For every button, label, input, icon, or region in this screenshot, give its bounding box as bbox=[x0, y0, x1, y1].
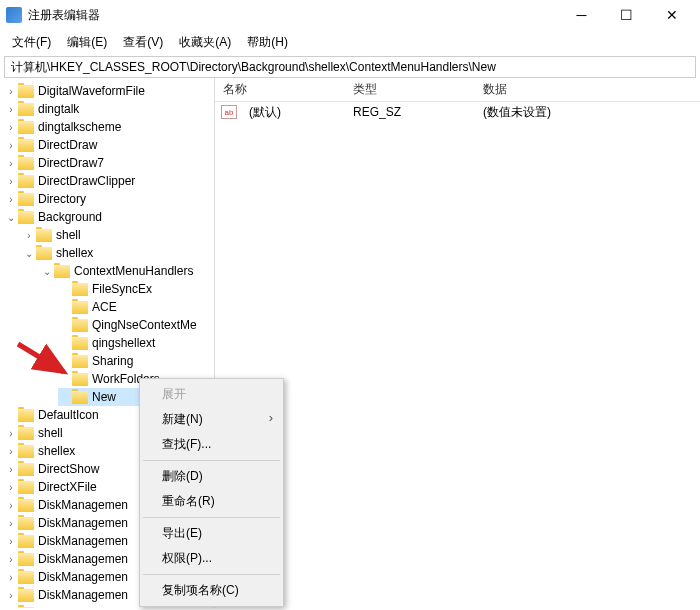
tree-item[interactable]: ›dingtalk bbox=[4, 100, 214, 118]
value-type: REG_SZ bbox=[345, 103, 475, 121]
chevron-right-icon[interactable]: › bbox=[22, 230, 36, 241]
values-header: 名称 类型 数据 bbox=[215, 78, 700, 102]
chevron-right-icon[interactable]: › bbox=[4, 572, 18, 583]
folder-icon bbox=[18, 85, 34, 98]
cm-separator bbox=[143, 517, 280, 518]
tree-item-cmh[interactable]: ⌄ContextMenuHandlers bbox=[40, 262, 214, 280]
string-value-icon: ab bbox=[221, 105, 237, 119]
tree-item-shellex[interactable]: ⌄shellex bbox=[22, 244, 214, 262]
menu-help[interactable]: 帮助(H) bbox=[241, 32, 294, 53]
folder-icon bbox=[18, 139, 34, 152]
chevron-down-icon[interactable]: ⌄ bbox=[22, 248, 36, 259]
chevron-right-icon[interactable]: › bbox=[4, 608, 18, 609]
value-data: (数值未设置) bbox=[475, 102, 700, 123]
address-bar[interactable]: 计算机\HKEY_CLASSES_ROOT\Directory\Backgrou… bbox=[4, 56, 696, 78]
chevron-right-icon[interactable]: › bbox=[4, 104, 18, 115]
chevron-right-icon[interactable]: › bbox=[4, 176, 18, 187]
chevron-right-icon[interactable]: › bbox=[4, 482, 18, 493]
cm-find[interactable]: 查找(F)... bbox=[142, 432, 281, 457]
cm-separator bbox=[143, 460, 280, 461]
chevron-right-icon[interactable]: › bbox=[4, 590, 18, 601]
folder-icon bbox=[18, 463, 34, 476]
chevron-right-icon[interactable]: › bbox=[4, 140, 18, 151]
chevron-right-icon[interactable]: › bbox=[4, 554, 18, 565]
chevron-right-icon[interactable]: › bbox=[4, 122, 18, 133]
folder-icon bbox=[54, 265, 70, 278]
folder-icon bbox=[36, 229, 52, 242]
maximize-button[interactable]: ☐ bbox=[604, 1, 649, 29]
folder-icon bbox=[18, 175, 34, 188]
folder-icon bbox=[36, 247, 52, 260]
column-data[interactable]: 数据 bbox=[475, 77, 700, 102]
folder-icon bbox=[18, 103, 34, 116]
annotation-arrow-icon bbox=[16, 340, 76, 393]
close-button[interactable]: ✕ bbox=[649, 1, 694, 29]
chevron-down-icon[interactable]: ⌄ bbox=[40, 266, 54, 277]
folder-icon bbox=[18, 445, 34, 458]
tree-item[interactable]: ›DirectDraw7 bbox=[4, 154, 214, 172]
folder-icon bbox=[18, 211, 34, 224]
cm-rename[interactable]: 重命名(R) bbox=[142, 489, 281, 514]
tree-item[interactable]: ·QingNseContextMe bbox=[58, 316, 214, 334]
cm-new[interactable]: 新建(N) bbox=[142, 407, 281, 432]
tree-item[interactable]: ·FileSyncEx bbox=[58, 280, 214, 298]
menu-file[interactable]: 文件(F) bbox=[6, 32, 57, 53]
titlebar: 注册表编辑器 ─ ☐ ✕ bbox=[0, 0, 700, 30]
folder-icon bbox=[18, 517, 34, 530]
cm-copykey[interactable]: 复制项名称(C) bbox=[142, 578, 281, 603]
minimize-button[interactable]: ─ bbox=[559, 1, 604, 29]
folder-icon bbox=[18, 481, 34, 494]
value-row[interactable]: ab (默认) REG_SZ (数值未设置) bbox=[215, 102, 700, 122]
cm-expand: 展开 bbox=[142, 382, 281, 407]
tree-item[interactable]: ›Directory bbox=[4, 190, 214, 208]
folder-icon bbox=[18, 553, 34, 566]
folder-icon bbox=[18, 121, 34, 134]
cm-separator bbox=[143, 574, 280, 575]
chevron-down-icon[interactable]: ⌄ bbox=[4, 212, 18, 223]
cm-permissions[interactable]: 权限(P)... bbox=[142, 546, 281, 571]
folder-icon bbox=[18, 535, 34, 548]
context-menu: 展开 新建(N) 查找(F)... 删除(D) 重命名(R) 导出(E) 权限(… bbox=[139, 378, 284, 607]
tree-item[interactable]: ·Sharing bbox=[58, 352, 214, 370]
menu-edit[interactable]: 编辑(E) bbox=[61, 32, 113, 53]
chevron-right-icon[interactable]: › bbox=[4, 536, 18, 547]
chevron-right-icon[interactable]: › bbox=[4, 86, 18, 97]
column-name[interactable]: 名称 bbox=[215, 77, 345, 102]
folder-icon bbox=[18, 607, 34, 609]
folder-icon bbox=[18, 157, 34, 170]
menubar: 文件(F) 编辑(E) 查看(V) 收藏夹(A) 帮助(H) bbox=[0, 30, 700, 54]
chevron-right-icon[interactable]: › bbox=[4, 158, 18, 169]
tree-item[interactable]: ·ACE bbox=[58, 298, 214, 316]
folder-icon bbox=[72, 283, 88, 296]
folder-icon bbox=[72, 301, 88, 314]
chevron-right-icon[interactable]: › bbox=[4, 446, 18, 457]
tree-item[interactable]: ·qingshellext bbox=[58, 334, 214, 352]
tree-item[interactable]: ›DirectDraw bbox=[4, 136, 214, 154]
folder-icon bbox=[18, 409, 34, 422]
tree-item[interactable]: ›DirectDrawClipper bbox=[4, 172, 214, 190]
tree-item-shell[interactable]: ›shell bbox=[22, 226, 214, 244]
regedit-icon bbox=[6, 7, 22, 23]
window-title: 注册表编辑器 bbox=[28, 7, 559, 24]
values-panel[interactable]: 名称 类型 数据 ab (默认) REG_SZ (数值未设置) bbox=[215, 78, 700, 608]
folder-icon bbox=[18, 427, 34, 440]
cm-export[interactable]: 导出(E) bbox=[142, 521, 281, 546]
chevron-right-icon[interactable]: › bbox=[4, 464, 18, 475]
menu-favorites[interactable]: 收藏夹(A) bbox=[173, 32, 237, 53]
chevron-right-icon[interactable]: › bbox=[4, 194, 18, 205]
cm-delete[interactable]: 删除(D) bbox=[142, 464, 281, 489]
tree-item[interactable]: ›dingtalkscheme bbox=[4, 118, 214, 136]
chevron-right-icon[interactable]: › bbox=[4, 518, 18, 529]
column-type[interactable]: 类型 bbox=[345, 77, 475, 102]
value-name: (默认) bbox=[241, 102, 345, 123]
menu-view[interactable]: 查看(V) bbox=[117, 32, 169, 53]
chevron-right-icon[interactable]: › bbox=[4, 500, 18, 511]
chevron-right-icon[interactable]: › bbox=[4, 428, 18, 439]
folder-icon bbox=[18, 193, 34, 206]
tree-item[interactable]: ›DigitalWaveformFile bbox=[4, 82, 214, 100]
tree-item-background[interactable]: ⌄Background bbox=[4, 208, 214, 226]
svg-line-0 bbox=[18, 344, 64, 372]
folder-icon bbox=[18, 499, 34, 512]
folder-icon bbox=[72, 319, 88, 332]
folder-icon bbox=[18, 571, 34, 584]
